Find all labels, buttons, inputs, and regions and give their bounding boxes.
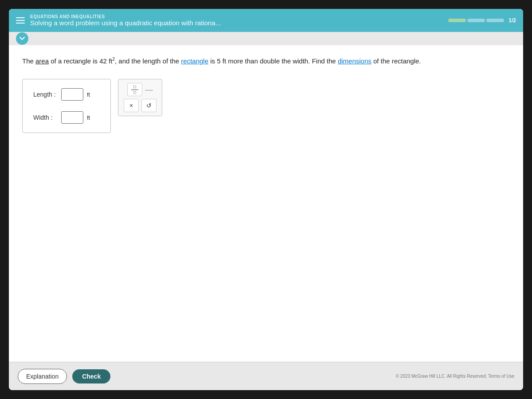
header-text-group: EQUATIONS AND INEQUALITIES Solving a wor… bbox=[30, 14, 443, 27]
explanation-button[interactable]: Explanation bbox=[18, 369, 67, 384]
progress-segment-empty-1 bbox=[467, 19, 485, 22]
width-row: Width : ft bbox=[33, 111, 100, 124]
check-button[interactable]: Check bbox=[72, 369, 110, 383]
problem-text: The area of a rectangle is 42 ft2, and t… bbox=[22, 56, 510, 66]
length-unit: ft bbox=[87, 91, 90, 98]
times-button[interactable]: × bbox=[124, 99, 139, 112]
footer-bar: Explanation Check © 2023 McGraw Hill LLC… bbox=[9, 362, 523, 390]
fraction-symbol: □ □ bbox=[131, 85, 138, 95]
keypad-row-1: □ □ — bbox=[122, 83, 158, 96]
keypad-row-2: × ↺ bbox=[122, 99, 158, 112]
undo-button[interactable]: ↺ bbox=[141, 99, 156, 112]
text-mid1: of a rectangle is 42 ft2, and the length… bbox=[49, 57, 181, 65]
progress-segment-empty-2 bbox=[486, 19, 504, 22]
footer-copyright: © 2023 McGraw Hill LLC. All Rights Reser… bbox=[396, 374, 514, 379]
fraction-button[interactable]: □ □ bbox=[127, 83, 142, 96]
answer-container: Length : ft Width : ft □ bbox=[22, 79, 510, 133]
text-before: The bbox=[22, 57, 35, 65]
keypad-box: □ □ — × ↺ bbox=[118, 79, 162, 116]
dash-placeholder: — bbox=[145, 85, 153, 94]
main-content: The area of a rectangle is 42 ft2, and t… bbox=[9, 45, 523, 362]
progress-segment-filled bbox=[448, 19, 466, 22]
area-word: area bbox=[35, 57, 49, 65]
progress-area: 1/2 bbox=[448, 17, 516, 23]
header-title: Solving a word problem using a quadratic… bbox=[30, 19, 443, 27]
dimensions-word[interactable]: dimensions bbox=[338, 57, 372, 65]
header-bar: EQUATIONS AND INEQUALITIES Solving a wor… bbox=[9, 9, 523, 32]
text-end: of the rectangle. bbox=[372, 57, 421, 65]
length-row: Length : ft bbox=[33, 88, 100, 101]
progress-label: 1/2 bbox=[509, 17, 516, 23]
text-mid3: is 5 ft more than double the width. Find… bbox=[208, 57, 338, 65]
width-input[interactable] bbox=[61, 111, 83, 124]
length-input[interactable] bbox=[61, 88, 83, 101]
rectangle-word[interactable]: rectangle bbox=[181, 57, 208, 65]
hamburger-menu-icon[interactable] bbox=[16, 17, 25, 23]
width-label: Width : bbox=[33, 114, 58, 121]
length-label: Length : bbox=[33, 91, 58, 98]
input-box: Length : ft Width : ft bbox=[22, 79, 111, 133]
collapse-button[interactable] bbox=[16, 32, 28, 45]
progress-bar bbox=[448, 19, 504, 22]
header-category: EQUATIONS AND INEQUALITIES bbox=[30, 14, 443, 19]
chevron-row bbox=[9, 32, 523, 45]
width-unit: ft bbox=[87, 114, 90, 121]
